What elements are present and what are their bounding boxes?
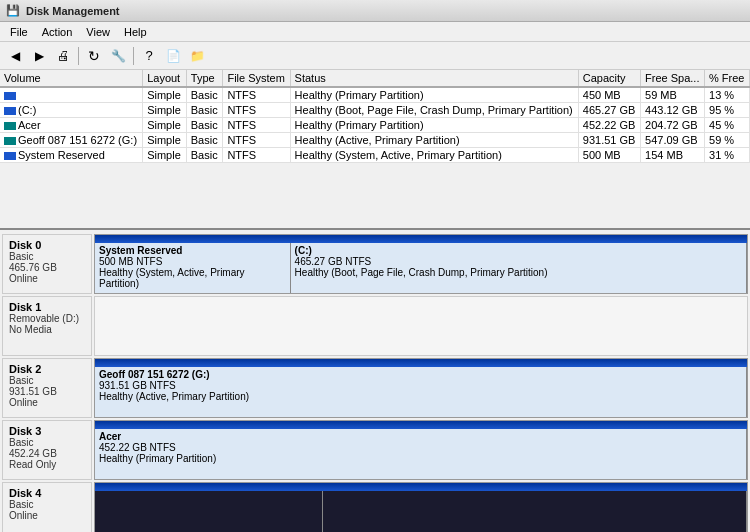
disk-type: Basic [9,499,85,510]
col-volume[interactable]: Volume [0,70,143,87]
cell-layout: Simple [143,103,187,118]
partition-name: Geoff 087 151 6272 (G:) [99,369,742,380]
disk-status: Online [9,397,85,408]
cell-layout: Simple [143,133,187,148]
cell-capacity: 450 MB [578,87,640,103]
disk-type: Basic [9,437,85,448]
disk-visual-disk0[interactable]: System Reserved 500 MB NTFS Healthy (Sys… [94,234,748,294]
table-row[interactable]: Geoff 087 151 6272 (G:)SimpleBasicNTFSHe… [0,133,750,148]
disk-partitions: Geoff 087 151 6272 (G:) 931.51 GB NTFS H… [95,367,747,417]
partition-p4a[interactable] [95,491,323,532]
disk-row: Disk 2 Basic 931.51 GB OnlineGeoff 087 1… [2,358,748,418]
disk-visual-disk2[interactable]: Geoff 087 151 6272 (G:) 931.51 GB NTFS H… [94,358,748,418]
col-fs[interactable]: File System [223,70,290,87]
disk-top-bar [95,235,747,243]
disk-label-disk3: Disk 3 Basic 452.24 GB Read Only [2,420,92,480]
table-row[interactable]: (C:)SimpleBasicNTFSHealthy (Boot, Page F… [0,103,750,118]
table-row[interactable]: System ReservedSimpleBasicNTFSHealthy (S… [0,148,750,163]
partition-p4b[interactable] [323,491,747,532]
cell-type: Basic [186,118,223,133]
toolbar-print[interactable]: 🖨 [52,45,74,67]
disk-size: 931.51 GB [9,386,85,397]
partition-status: Healthy (Active, Primary Partition) [99,391,742,402]
disk-type: Removable (D:) [9,313,85,324]
toolbar-separator-1 [78,47,79,65]
toolbar-forward[interactable]: ▶ [28,45,50,67]
disk-size: 452.24 GB [9,448,85,459]
disk-status: Read Only [9,459,85,470]
disk-partitions: Acer 452.22 GB NTFS Healthy (Primary Par… [95,429,747,479]
menu-item-file[interactable]: File [4,25,34,39]
partition-p0a[interactable]: System Reserved 500 MB NTFS Healthy (Sys… [95,243,291,293]
partition-p0b[interactable]: (C:) 465.27 GB NTFS Healthy (Boot, Page … [291,243,747,293]
col-pct[interactable]: % Free [705,70,750,87]
menu-item-action[interactable]: Action [36,25,79,39]
disk-name: Disk 1 [9,301,85,313]
col-capacity[interactable]: Capacity [578,70,640,87]
disk-row: Disk 4 Basic Online [2,482,748,532]
col-status[interactable]: Status [290,70,578,87]
cell-pct: 95 % [705,103,750,118]
partition-p3a[interactable]: Acer 452.22 GB NTFS Healthy (Primary Par… [95,429,747,479]
table-row[interactable]: AcerSimpleBasicNTFSHealthy (Primary Part… [0,118,750,133]
cell-layout: Simple [143,87,187,103]
disk-name: Disk 4 [9,487,85,499]
no-media-area [94,296,748,356]
disk-name: Disk 2 [9,363,85,375]
cell-type: Basic [186,87,223,103]
table-row[interactable]: SimpleBasicNTFSHealthy (Primary Partitio… [0,87,750,103]
partition-name: (C:) [295,245,742,256]
disk-visual-disk3[interactable]: Acer 452.22 GB NTFS Healthy (Primary Par… [94,420,748,480]
cell-volume [0,87,143,103]
cell-fs: NTFS [223,103,290,118]
col-type[interactable]: Type [186,70,223,87]
disk-name: Disk 3 [9,425,85,437]
partition-status: Healthy (Primary Partition) [99,453,742,464]
cell-volume: Geoff 087 151 6272 (G:) [0,133,143,148]
cell-type: Basic [186,148,223,163]
toolbar-refresh[interactable]: ↻ [83,45,105,67]
partition-name: Acer [99,431,742,442]
cell-fs: NTFS [223,148,290,163]
toolbar-help[interactable]: ? [138,45,160,67]
toolbar: ◀ ▶ 🖨 ↻ 🔧 ? 📄 📁 [0,42,750,70]
app-title: Disk Management [26,5,120,17]
col-layout[interactable]: Layout [143,70,187,87]
disk-area: Disk 0 Basic 465.76 GB OnlineSystem Rese… [0,230,750,532]
cell-pct: 45 % [705,118,750,133]
partition-p2a[interactable]: Geoff 087 151 6272 (G:) 931.51 GB NTFS H… [95,367,747,417]
cell-free: 547.09 GB [641,133,705,148]
disk-status: Online [9,510,85,521]
menu-bar: FileActionViewHelp [0,22,750,42]
cell-pct: 31 % [705,148,750,163]
cell-status: Healthy (Boot, Page File, Crash Dump, Pr… [290,103,578,118]
app-icon: 💾 [6,4,20,17]
menu-item-view[interactable]: View [80,25,116,39]
disk-label-disk0: Disk 0 Basic 465.76 GB Online [2,234,92,294]
cell-pct: 59 % [705,133,750,148]
cell-capacity: 465.27 GB [578,103,640,118]
toolbar-properties[interactable]: 🔧 [107,45,129,67]
toolbar-new-volume[interactable]: 📄 [162,45,184,67]
disk-status: No Media [9,324,85,335]
cell-free: 204.72 GB [641,118,705,133]
toolbar-separator-2 [133,47,134,65]
toolbar-open[interactable]: 📁 [186,45,208,67]
disk-top-bar [95,421,747,429]
partition-size: 931.51 GB NTFS [99,380,742,391]
toolbar-back[interactable]: ◀ [4,45,26,67]
menu-item-help[interactable]: Help [118,25,153,39]
disk-visual-disk4[interactable] [94,482,748,532]
cell-status: Healthy (System, Active, Primary Partiti… [290,148,578,163]
cell-fs: NTFS [223,133,290,148]
cell-pct: 13 % [705,87,750,103]
disk-name: Disk 0 [9,239,85,251]
disk-label-disk1: Disk 1 Removable (D:) No Media [2,296,92,356]
col-free[interactable]: Free Spa... [641,70,705,87]
disk-top-bar [95,359,747,367]
partition-size: 452.22 GB NTFS [99,442,742,453]
disk-label-disk4: Disk 4 Basic Online [2,482,92,532]
cell-status: Healthy (Primary Partition) [290,118,578,133]
cell-status: Healthy (Primary Partition) [290,87,578,103]
cell-type: Basic [186,133,223,148]
